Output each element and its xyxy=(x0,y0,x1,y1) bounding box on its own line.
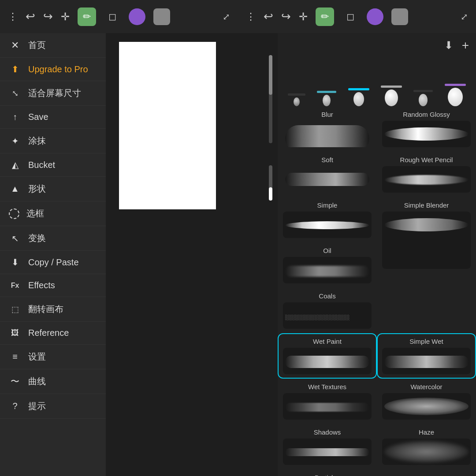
brush-name-simple-wet: Simple Wet xyxy=(409,338,443,345)
brush-add-button[interactable]: + xyxy=(462,38,469,52)
copy-paste-label: Copy / Paste xyxy=(28,257,79,268)
brush-thumb-2[interactable] xyxy=(348,88,369,106)
curves-label: 曲线 xyxy=(28,376,46,387)
sidebar-item-smear[interactable]: ✦ 涂抹 xyxy=(0,129,106,153)
sidebar-item-home[interactable]: ✕ 首页 xyxy=(0,33,106,58)
upgrade-label: Upgrade to Pro xyxy=(28,64,88,74)
brush-preview-wet-paint xyxy=(283,348,372,374)
fit-screen-icon: ⤡ xyxy=(9,89,21,98)
sidebar-item-save[interactable]: ↑ Save xyxy=(0,106,106,129)
redo-icon-left[interactable]: ↪ xyxy=(43,10,53,23)
expand-icon-left[interactable]: ⤢ xyxy=(223,11,230,22)
brush-cell-shadows[interactable]: Shadows xyxy=(278,424,377,469)
settings-label: 设置 xyxy=(28,351,46,363)
more-icon-left[interactable]: ⋮ xyxy=(8,11,18,22)
brush-thumbs-row xyxy=(278,58,476,106)
save-label: Save xyxy=(28,112,48,122)
brush-thumb-0[interactable] xyxy=(288,93,305,106)
effects-icon: Fx xyxy=(9,282,21,290)
color-gray-left[interactable] xyxy=(153,8,170,25)
canvas-area[interactable] xyxy=(106,33,278,476)
add-icon-left[interactable]: ✛ xyxy=(61,11,70,23)
brush-cell-random-glossy[interactable]: Random Glossy xyxy=(377,106,476,152)
brush-name-wet-textures: Wet Textures xyxy=(308,383,346,390)
opacity-slider-thumb[interactable] xyxy=(269,187,272,201)
brush-name-shadows: Shadows xyxy=(314,428,341,436)
bucket-label: Bucket xyxy=(28,160,55,170)
sidebar-item-flip-canvas[interactable]: ⬚ 翻转画布 xyxy=(0,297,106,322)
brush-name-coals: Coals xyxy=(319,292,335,300)
select-label: 选框 xyxy=(26,208,44,219)
sidebar-item-effects[interactable]: Fx Effects xyxy=(0,274,106,297)
brush-cell-oil[interactable]: Oil xyxy=(278,242,377,288)
brush-cell-simple[interactable]: Simple xyxy=(278,197,377,242)
bucket-icon: ◭ xyxy=(9,160,21,170)
redo-icon-right[interactable]: ↪ xyxy=(281,10,291,23)
brush-thumb-3[interactable] xyxy=(381,86,402,106)
brush-thumb-4[interactable] xyxy=(413,90,433,106)
hints-label: 提示 xyxy=(28,400,46,412)
brush-tool-right[interactable]: ✏ xyxy=(316,7,334,26)
color-gray-right[interactable] xyxy=(391,8,408,25)
sidebar-item-bucket[interactable]: ◭ Bucket xyxy=(0,153,106,177)
sidebar-item-settings[interactable]: ≡ 设置 xyxy=(0,345,106,369)
brush-preview-random-glossy xyxy=(382,121,471,147)
smear-label: 涂抹 xyxy=(28,135,46,147)
sidebar-item-upgrade[interactable]: ⬆ Upgrade to Pro xyxy=(0,58,106,81)
brush-cell-particles[interactable]: Particles · · · · xyxy=(278,469,377,476)
brush-name-watercolor: Watercolor xyxy=(411,383,443,390)
brush-name-random-glossy: Random Glossy xyxy=(403,111,450,118)
reference-label: Reference xyxy=(28,328,69,338)
color-dot-left[interactable] xyxy=(129,8,145,25)
svg-text:░░░░░░░░░░░░░░░░░░░░░░: ░░░░░░░░░░░░░░░░░░░░░░ xyxy=(285,315,350,320)
brush-cell-coals[interactable]: Coals ░░░░░░░░░░░░░░░░░░░░░░ xyxy=(278,288,377,333)
brush-cell-haze[interactable]: Haze xyxy=(377,424,476,469)
sidebar-item-reference[interactable]: 🖼 Reference xyxy=(0,322,106,345)
sidebar-item-select[interactable]: 选框 xyxy=(0,201,106,226)
add-icon-right[interactable]: ✛ xyxy=(299,11,308,23)
brush-thumb-5[interactable] xyxy=(445,84,466,106)
drawing-canvas[interactable] xyxy=(119,42,216,209)
eraser-tool-left[interactable]: ◻ xyxy=(104,8,121,25)
brush-preview-watercolor xyxy=(382,393,471,420)
settings-icon: ≡ xyxy=(9,352,21,362)
brush-cell-wet-textures[interactable]: Wet Textures xyxy=(278,379,377,424)
shape-icon: ▲ xyxy=(9,184,21,194)
brush-cell-watercolor[interactable]: Watercolor xyxy=(377,379,476,424)
brush-tool-left[interactable]: ✏ xyxy=(78,7,96,26)
sidebar-item-curves[interactable]: 〜 曲线 xyxy=(0,369,106,394)
brush-cell-blur[interactable]: Blur xyxy=(278,106,377,152)
sidebar-item-transform[interactable]: ↖ 变换 xyxy=(0,226,106,251)
size-slider-track xyxy=(269,55,272,143)
brush-name-oil: Oil xyxy=(323,247,331,254)
sidebar: ✕ 首页 ⬆ Upgrade to Pro ⤡ 适合屏幕尺寸 ↑ Save ✦ … xyxy=(0,33,106,476)
brush-panel-topbar: ⬇ + xyxy=(278,33,476,58)
save-icon: ↑ xyxy=(9,112,21,122)
more-icon-right[interactable]: ⋮ xyxy=(246,11,256,22)
eraser-tool-right[interactable]: ◻ xyxy=(342,8,359,25)
brush-upload-button[interactable]: ⬇ xyxy=(444,39,453,52)
brush-preview-simple-wet xyxy=(382,348,471,374)
undo-icon-left[interactable]: ↩ xyxy=(26,10,35,23)
color-dot-right[interactable] xyxy=(367,8,383,25)
undo-icon-right[interactable]: ↩ xyxy=(264,10,273,23)
sidebar-item-hints[interactable]: ? 提示 xyxy=(0,394,106,419)
expand-icon-right[interactable]: ⤢ xyxy=(461,11,468,22)
brush-preview-simple-blender xyxy=(382,212,471,269)
brush-preview-haze xyxy=(382,439,471,465)
brush-thumb-1[interactable] xyxy=(317,91,336,106)
brush-cell-wet-paint[interactable]: Wet Paint xyxy=(278,333,377,379)
sidebar-item-shape[interactable]: ▲ 形状 xyxy=(0,177,106,201)
sidebar-item-fit-screen[interactable]: ⤡ 适合屏幕尺寸 xyxy=(0,81,106,106)
brush-cell-rough-wet-pencil[interactable]: Rough Wet Pencil xyxy=(377,152,476,197)
brush-preview-soft xyxy=(283,166,372,193)
brush-panel: ⬇ + Blur xyxy=(278,33,476,476)
top-bar-left: ⋮ ↩ ↪ ✛ ✏ ◻ ⤢ xyxy=(0,7,238,26)
size-slider-thumb[interactable] xyxy=(269,55,272,95)
opacity-slider-track xyxy=(269,165,272,201)
brush-preview-oil xyxy=(283,257,372,283)
brush-cell-simple-wet[interactable]: Simple Wet xyxy=(377,333,476,379)
brush-cell-simple-blender[interactable]: Simple Blender xyxy=(377,197,476,288)
brush-cell-soft[interactable]: Soft xyxy=(278,152,377,197)
sidebar-item-copy-paste[interactable]: ⬇ Copy / Paste xyxy=(0,251,106,274)
